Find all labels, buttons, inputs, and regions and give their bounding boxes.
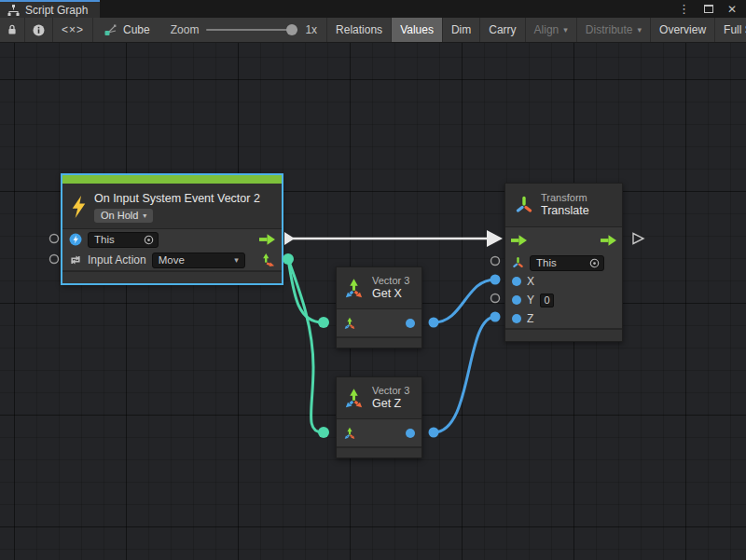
unity-visual-scripting-window: Script Graph ⋮ ✕ <box>0 0 746 560</box>
event-accent-bar <box>62 175 282 184</box>
wire-get-x-to-x[interactable] <box>434 280 495 322</box>
wire-cap <box>429 318 439 328</box>
get-z-port-row <box>337 419 421 446</box>
port-event-this-empty[interactable] <box>50 235 59 243</box>
port-get-x-output[interactable] <box>406 319 415 328</box>
node-get-z[interactable]: Vector 3 Get Z <box>336 376 422 458</box>
lightning-bolt-icon <box>71 195 87 219</box>
event-mode-dropdown[interactable]: On Hold ▾ <box>94 209 153 223</box>
target-picker-icon[interactable] <box>589 258 600 268</box>
port-get-x-input[interactable] <box>318 317 329 328</box>
hierarchy-icon <box>7 5 20 16</box>
carry-button[interactable]: Carry <box>480 18 525 42</box>
zoom-value: 1x <box>305 23 317 36</box>
values-button[interactable]: Values <box>392 18 443 42</box>
event-action-row: Input Action Move ▾ <box>62 250 282 270</box>
code-toggle-icon: <×> <box>62 23 84 36</box>
align-button[interactable]: Align▾ <box>526 18 577 42</box>
inspect-button[interactable] <box>25 18 53 42</box>
event-this-row: This <box>62 229 282 250</box>
window-controls: ⋮ ✕ <box>678 0 746 18</box>
port-translate-this-empty[interactable] <box>491 257 500 266</box>
port-translate-y-empty[interactable] <box>491 294 500 303</box>
gameobject-icon <box>69 233 82 246</box>
tab-label: Script Graph <box>25 4 88 17</box>
event-node-footer <box>62 272 282 283</box>
port-x-input[interactable] <box>512 277 521 286</box>
translate-type: Transform <box>541 192 589 204</box>
relations-button[interactable]: Relations <box>327 18 392 42</box>
close-icon[interactable]: ✕ <box>727 4 737 15</box>
node-translate[interactable]: Transform Translate <box>504 183 623 342</box>
info-icon <box>33 24 45 36</box>
get-x-port-row <box>337 309 421 336</box>
wire-get-z-to-z[interactable] <box>434 317 495 432</box>
graph-canvas[interactable]: On Input System Event Vector 2 On Hold ▾ <box>0 43 746 560</box>
more-options-icon[interactable]: ⋮ <box>678 3 690 15</box>
translate-this-field[interactable]: This <box>530 255 604 271</box>
event-this-field[interactable]: This <box>88 232 159 248</box>
target-picker-icon[interactable] <box>144 235 154 245</box>
get-x-header: Vector 3 Get X <box>337 267 421 308</box>
port-y-input[interactable] <box>512 295 521 305</box>
zoom-control: Zoom 1x <box>161 18 326 42</box>
node-get-x[interactable]: Vector 3 Get X <box>336 266 422 348</box>
flow-out-marker[interactable] <box>633 234 643 244</box>
port-get-z-output[interactable] <box>406 429 415 438</box>
lock-button[interactable] <box>0 18 25 42</box>
graph-breadcrumb[interactable]: Cube <box>93 18 161 42</box>
distribute-button[interactable]: Distribute▾ <box>577 18 651 42</box>
wire-vector2-to-get-x[interactable] <box>288 259 323 322</box>
caret-down-icon: ▾ <box>143 212 146 220</box>
translate-x-row: X <box>505 272 622 291</box>
flow-wire-start-cap <box>284 232 295 245</box>
vector3-icon <box>343 278 365 299</box>
zoom-label: Zoom <box>171 23 200 36</box>
node-on-input-system-event[interactable]: On Input System Event Vector 2 On Hold ▾ <box>62 174 283 284</box>
get-z-type: Vector 3 <box>372 385 409 397</box>
translate-this-row: This <box>505 253 622 272</box>
code-preview-button[interactable]: <×> <box>53 18 93 42</box>
maximize-icon[interactable] <box>704 5 713 13</box>
wire-vector2-to-get-z[interactable] <box>288 259 323 432</box>
event-node-header: On Input System Event Vector 2 On Hold ▾ <box>62 184 282 228</box>
event-node-body: This <box>62 229 282 270</box>
input-action-dropdown[interactable]: Move ▾ <box>152 253 245 268</box>
port-get-z-input[interactable] <box>318 427 329 438</box>
wire-cap <box>429 428 439 438</box>
title-bar: Script Graph ⋮ ✕ <box>0 0 746 18</box>
lock-icon <box>7 24 17 35</box>
get-z-header: Vector 3 Get Z <box>337 377 421 418</box>
z-port-label: Z <box>527 312 533 325</box>
flow-output-arrow-icon[interactable] <box>601 235 616 246</box>
port-vector2-output[interactable] <box>283 253 294 265</box>
port-event-action-empty[interactable] <box>50 255 59 264</box>
vector2-icon[interactable] <box>260 253 275 267</box>
fullscreen-button[interactable]: Full Screen <box>715 18 746 42</box>
vector3-icon <box>343 388 365 409</box>
zoom-slider-handle[interactable] <box>286 24 297 35</box>
tab-script-graph[interactable]: Script Graph <box>0 0 100 18</box>
flow-output-arrow-icon[interactable] <box>259 234 275 245</box>
get-x-type: Vector 3 <box>372 275 409 287</box>
port-z-input[interactable] <box>512 314 521 323</box>
x-port-label: X <box>527 275 534 288</box>
flow-input-arrow-icon[interactable] <box>511 235 527 246</box>
flow-wire-arrowhead <box>487 230 503 247</box>
caret-down-icon: ▾ <box>234 255 239 265</box>
y-port-label: Y <box>527 294 534 307</box>
dim-button[interactable]: Dim <box>443 18 480 42</box>
translate-footer <box>505 330 622 341</box>
y-value-field[interactable]: 0 <box>540 294 554 307</box>
vector3-input-icon <box>343 427 356 440</box>
translate-z-row: Z <box>505 309 622 328</box>
graph-icon <box>104 24 117 36</box>
translate-flow-row <box>505 227 622 253</box>
graph-name-label: Cube <box>123 23 150 36</box>
translate-title: Translate <box>541 204 589 218</box>
zoom-slider[interactable] <box>206 29 297 31</box>
get-x-footer <box>337 338 421 348</box>
graph-toolbar: <×> Cube Zoom 1x Relations Values Dim Ca <box>0 18 746 43</box>
caret-down-icon: ▾ <box>563 25 568 34</box>
overview-button[interactable]: Overview <box>651 18 715 42</box>
